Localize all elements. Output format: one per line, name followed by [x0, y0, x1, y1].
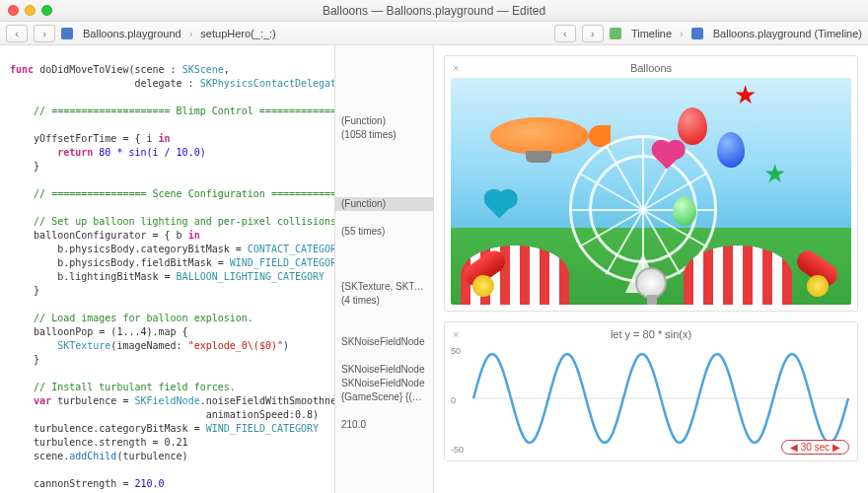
cannon-right-sprite: [791, 247, 845, 297]
timeline-nav-forward[interactable]: ›: [582, 25, 604, 42]
breadcrumb-separator: ›: [189, 28, 193, 39]
result-row[interactable]: SKNoiseFieldNode: [335, 377, 433, 390]
window-titlebar: Balloons — Balloons.playground — Edited: [0, 0, 868, 22]
nav-forward-button[interactable]: ›: [34, 25, 55, 42]
breadcrumb-timeline-file[interactable]: Balloons.playground (Timeline): [713, 28, 862, 39]
source-code[interactable]: func doDidMoveToView(scene : SKScene, de…: [0, 45, 334, 493]
source-editor[interactable]: func doDidMoveToView(scene : SKScene, de…: [0, 45, 335, 493]
heart-sprite: [487, 192, 514, 219]
graph-y-axis: 50 0 -50: [451, 346, 464, 455]
playground-timeline-file-icon: [691, 28, 703, 39]
breadcrumb-file[interactable]: Balloons.playground: [83, 28, 181, 39]
result-row[interactable]: 210.0: [335, 418, 433, 432]
live-view-title: Balloons: [630, 62, 672, 74]
game-scene-preview[interactable]: [451, 78, 851, 305]
balloon-sprite: [673, 196, 696, 226]
result-row[interactable]: (Function): [335, 197, 433, 211]
fan-sprite: [635, 267, 667, 299]
graph-title-label: let y = 80 * sin(x): [611, 328, 691, 340]
value-history-graph: × let y = 80 * sin(x) 50 0 -50 ◀ 30 sec …: [444, 321, 858, 461]
assistant-editor: × Balloons: [434, 45, 868, 493]
live-view-close-button[interactable]: ×: [453, 62, 459, 74]
result-row[interactable]: (55 times): [335, 225, 433, 239]
result-row[interactable]: SKNoiseFieldNode: [335, 363, 433, 377]
nav-back-button[interactable]: ‹: [6, 25, 28, 42]
balloon-sprite: [678, 107, 707, 145]
result-row[interactable]: SKNoiseFieldNode: [335, 335, 433, 349]
tent-sprite: [684, 246, 792, 305]
cannon-left-sprite: [457, 247, 511, 297]
breadcrumb-separator: ›: [680, 28, 684, 39]
playground-file-icon: [61, 28, 73, 39]
timeline-icon: [610, 28, 621, 39]
balloon-sprite: [717, 132, 745, 168]
result-row[interactable]: {SKTexture, SKTexture, SKTe…: [335, 280, 433, 294]
graph-close-button[interactable]: ×: [453, 328, 459, 340]
result-row[interactable]: {GameScene} {(Function)} {(F…: [335, 390, 433, 404]
results-sidebar: (Function)(1058 times)(Function)(55 time…: [335, 45, 434, 493]
result-row[interactable]: (4 times): [335, 294, 433, 308]
live-view-panel: × Balloons: [444, 55, 858, 312]
breadcrumb-timeline[interactable]: Timeline: [631, 28, 672, 39]
timeline-duration-control[interactable]: ◀ 30 sec ▶: [781, 440, 849, 455]
graph-plot: [451, 344, 851, 453]
timeline-nav-back[interactable]: ‹: [554, 25, 576, 42]
breadcrumb-symbol[interactable]: setupHero(_:_:): [200, 28, 275, 39]
result-row[interactable]: (1058 times): [335, 128, 433, 142]
window-title: Balloons — Balloons.playground — Edited: [0, 4, 868, 18]
jump-bar: ‹ › Balloons.playground › setupHero(_:_:…: [0, 22, 868, 45]
result-row[interactable]: (Function): [335, 114, 433, 128]
